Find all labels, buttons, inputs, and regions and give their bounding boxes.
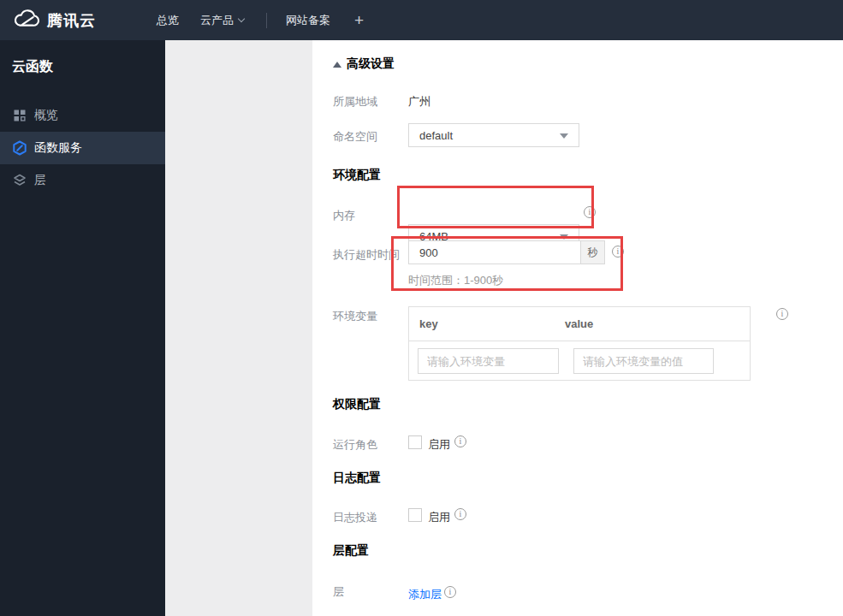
timeout-range-hint: 时间范围：1-900秒 (408, 273, 503, 288)
sidebar-menu: 概览 函数服务 层 (0, 99, 165, 197)
advanced-settings-toggle[interactable]: 高级设置 (333, 56, 395, 72)
chevron-down-icon (238, 15, 245, 22)
sidebar-item-label: 函数服务 (34, 140, 82, 156)
add-layer-info-icon[interactable]: i (444, 586, 456, 598)
env-vars-info-icon[interactable]: i (776, 308, 788, 320)
select-caret-icon (560, 133, 568, 139)
select-caret-icon (560, 234, 568, 240)
function-service-icon (12, 140, 27, 156)
timeout-input[interactable] (408, 240, 580, 264)
secondary-panel (165, 40, 312, 616)
overview-grid-icon (12, 108, 27, 123)
sidebar-item-label: 层 (34, 173, 46, 188)
env-vars-table: key value (408, 306, 751, 381)
env-value-header: value (565, 317, 593, 330)
env-key-input[interactable] (418, 348, 559, 374)
env-vars-input-row (409, 341, 750, 381)
main-layout: 云函数 概览 (0, 40, 843, 616)
top-navbar: 腾讯云 总览 云产品 网站备案 + (0, 0, 843, 40)
run-role-label: 运行角色 (333, 437, 377, 453)
timeout-label: 执行超时时间 (333, 247, 400, 263)
topnav-divider (266, 13, 267, 28)
sidebar-item-label: 概览 (34, 108, 58, 123)
function-config-panel: 高级设置 所属地域 广州 命名空间 default 环境配置 内存 64MB i… (312, 40, 843, 616)
env-key-header: key (419, 317, 565, 330)
env-value-input[interactable] (573, 348, 714, 374)
log-ship-label: 日志投递 (333, 510, 377, 525)
run-role-checkbox[interactable] (408, 435, 422, 449)
brand-title: 腾讯云 (47, 10, 96, 31)
namespace-select[interactable]: default (408, 123, 579, 147)
timeout-input-group: 秒 (408, 240, 605, 264)
run-role-enable-label: 启用 (428, 437, 450, 453)
sidebar-item-function-service[interactable]: 函数服务 (0, 132, 165, 164)
region-label: 所属地域 (333, 94, 377, 110)
layer-config-section-title: 层配置 (333, 543, 369, 559)
advanced-settings-label: 高级设置 (347, 56, 395, 72)
add-tab-button[interactable]: + (354, 11, 364, 30)
memory-label: 内存 (333, 208, 355, 223)
env-config-section-title: 环境配置 (333, 168, 381, 183)
log-ship-checkbox[interactable] (408, 508, 422, 522)
cloud-logo-icon (12, 8, 40, 33)
env-vars-header-row: key value (409, 307, 750, 341)
timeout-unit-suffix: 秒 (580, 240, 605, 264)
sidebar-item-layers[interactable]: 层 (0, 164, 165, 197)
topnav-item-icp[interactable]: 网站备案 (286, 13, 330, 28)
run-role-info-icon[interactable]: i (454, 435, 466, 447)
log-ship-info-icon[interactable]: i (454, 508, 466, 520)
memory-highlight-box (397, 186, 594, 228)
namespace-label: 命名空间 (333, 129, 377, 145)
log-config-section-title: 日志配置 (333, 471, 381, 486)
sidebar-item-overview[interactable]: 概览 (0, 99, 165, 132)
layers-icon (12, 173, 27, 188)
namespace-selected-value: default (419, 129, 453, 142)
topnav-item-products[interactable]: 云产品 (200, 13, 244, 28)
timeout-info-icon[interactable]: i (612, 246, 624, 258)
product-sidebar: 云函数 概览 (0, 40, 165, 616)
tencent-cloud-logo[interactable]: 腾讯云 (12, 8, 96, 33)
env-vars-label: 环境变量 (333, 309, 377, 324)
sidebar-product-title: 云函数 (0, 40, 165, 76)
log-ship-enable-label: 启用 (428, 510, 450, 525)
top-menu: 总览 云产品 网站备案 + (127, 11, 364, 30)
collapse-triangle-icon (333, 62, 341, 68)
layer-label: 层 (333, 584, 344, 600)
memory-info-icon[interactable]: i (584, 206, 596, 218)
region-value: 广州 (408, 94, 430, 110)
topnav-item-overview[interactable]: 总览 (157, 13, 179, 28)
perm-config-section-title: 权限配置 (333, 397, 381, 412)
add-layer-link[interactable]: 添加层 (408, 587, 442, 602)
